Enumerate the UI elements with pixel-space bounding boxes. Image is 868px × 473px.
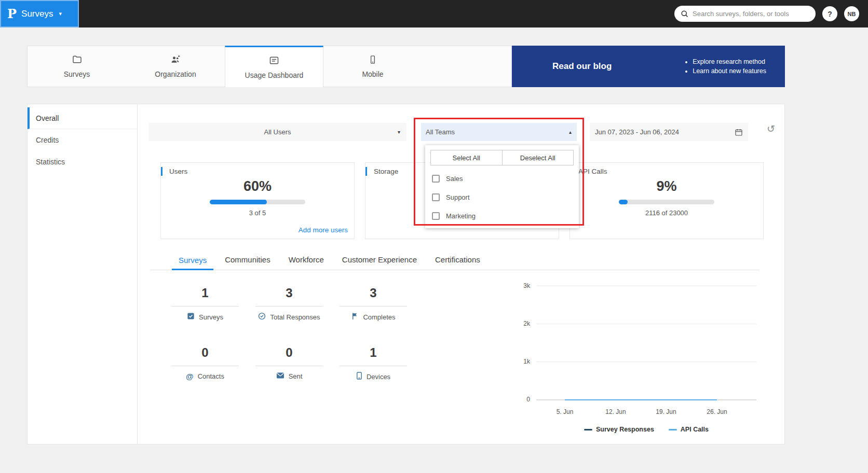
search-icon xyxy=(681,10,688,18)
metric-surveys: 1 Surveys xyxy=(171,286,239,322)
users-stat-card: Users 60% 3 of 5 Add more users xyxy=(160,162,355,239)
tab-surveys[interactable]: Surveys xyxy=(28,46,126,87)
team-option-support[interactable]: Support xyxy=(425,188,579,206)
api-calls-percent: 9% xyxy=(570,178,763,194)
legend-label: Survey Responses xyxy=(596,426,654,433)
metric-devices: 1 Devices xyxy=(340,345,407,381)
read-our-blog-button[interactable]: Read our blog xyxy=(552,61,612,72)
legend-swatch xyxy=(669,429,677,430)
x-tick: 5. Jun xyxy=(548,408,581,415)
y-tick: 3k xyxy=(510,282,530,289)
metric-label: Sent xyxy=(289,372,303,380)
ctab-workforce[interactable]: Workforce xyxy=(282,255,331,270)
team-option-marketing[interactable]: Marketing xyxy=(425,206,579,225)
tab-label: Usage Dashboard xyxy=(245,71,304,79)
device-icon xyxy=(356,372,362,381)
metric-value: 1 xyxy=(340,345,407,366)
legend-api-calls[interactable]: API Calls xyxy=(669,426,709,433)
legend-label: API Calls xyxy=(681,426,709,433)
chart-legend: Survey Responses API Calls xyxy=(536,426,756,433)
metric-value: 0 xyxy=(171,345,239,366)
metric-total-responses: 3 Total Responses xyxy=(255,286,323,322)
ctab-certifications[interactable]: Certifications xyxy=(428,255,487,270)
metrics-grid: 1 Surveys 3 Total Responses 3 Completes xyxy=(171,286,407,381)
blog-bullet: Learn about new features xyxy=(693,67,766,75)
users-percent: 60% xyxy=(161,178,354,194)
tab-label: Organization xyxy=(155,70,196,78)
line-chart xyxy=(510,281,767,416)
blog-banner: Read our blog Explore research method Le… xyxy=(512,46,785,87)
teams-dropdown[interactable]: All Teams ▴ xyxy=(421,123,577,141)
product-switcher[interactable]: P Surveys ▾ xyxy=(0,0,79,27)
metric-label: Devices xyxy=(367,373,390,381)
sidebar: Overall Credits Statistics xyxy=(28,104,138,444)
api-calls-progress-bar xyxy=(619,200,714,204)
metric-label: Total Responses xyxy=(270,313,320,321)
chevron-down-icon: ▾ xyxy=(398,129,400,135)
x-tick: 12. Jun xyxy=(599,408,632,415)
metric-value: 3 xyxy=(255,286,323,307)
metric-value: 0 xyxy=(255,345,323,366)
card-title: Users xyxy=(161,167,187,176)
add-more-users-link[interactable]: Add more users xyxy=(299,226,348,234)
check-circle-icon xyxy=(258,312,266,322)
app-root: P Surveys ▾ ? NB Surveys xyxy=(0,0,868,473)
brand-label: Surveys xyxy=(21,9,53,19)
chevron-up-icon: ▴ xyxy=(569,129,572,135)
team-option-label: Sales xyxy=(446,175,463,183)
sidebar-item-overall[interactable]: Overall xyxy=(28,107,137,129)
metric-value: 3 xyxy=(340,286,407,307)
content-tabbar: Surveys Communities Workforce Customer E… xyxy=(150,251,760,270)
teams-dropdown-value: All Teams xyxy=(426,128,455,136)
legend-survey-responses[interactable]: Survey Responses xyxy=(584,426,654,433)
metric-label: Completes xyxy=(363,313,395,321)
folder-icon xyxy=(72,54,83,66)
checkbox-sales[interactable] xyxy=(432,175,440,183)
tab-mobile[interactable]: Mobile xyxy=(323,46,422,87)
tab-label: Mobile xyxy=(362,70,383,78)
checkbox-marketing[interactable] xyxy=(432,212,440,220)
metric-value: 1 xyxy=(171,286,239,307)
ctab-surveys[interactable]: Surveys xyxy=(172,256,213,270)
select-all-button[interactable]: Select All xyxy=(431,150,502,165)
avatar[interactable]: NB xyxy=(844,6,859,21)
y-tick: 1k xyxy=(510,358,530,365)
api-calls-stat-card: API Calls 9% 2116 of 23000 xyxy=(569,162,764,239)
ctab-customer-experience[interactable]: Customer Experience xyxy=(335,255,424,270)
x-tick: 26. Jun xyxy=(700,408,734,415)
ctab-communities[interactable]: Communities xyxy=(218,255,277,270)
topbar: P Surveys ▾ ? NB xyxy=(0,0,868,27)
reset-filters-button[interactable]: ↺ xyxy=(767,123,775,135)
search-input[interactable] xyxy=(693,10,809,18)
team-option-label: Support xyxy=(446,193,470,201)
nav-tabbar: Surveys Organization Usage Dashboard Mob… xyxy=(27,46,512,87)
y-tick: 2k xyxy=(510,320,530,327)
team-option-sales[interactable]: Sales xyxy=(425,169,579,188)
dashboard-card: Overall Credits Statistics All Users ▾ A… xyxy=(27,104,785,444)
help-button[interactable]: ? xyxy=(822,6,837,21)
date-range-value: Jun 07, 2023 - Jun 06, 2024 xyxy=(595,128,679,136)
teams-dropdown-popup: Select All Deselect All Sales Support Ma… xyxy=(425,145,579,228)
reset-icon: ↺ xyxy=(767,123,775,134)
tab-organization[interactable]: Organization xyxy=(126,46,225,87)
date-range-picker[interactable]: Jun 07, 2023 - Jun 06, 2024 xyxy=(590,123,748,141)
deselect-all-button[interactable]: Deselect All xyxy=(502,150,574,165)
usage-chart: 3k 2k 1k 0 5. Jun 12. Jun 19. Jun 26. Ju… xyxy=(510,281,767,444)
check-square-icon xyxy=(187,312,195,322)
team-option-label: Marketing xyxy=(446,212,476,220)
tab-usage-dashboard[interactable]: Usage Dashboard xyxy=(225,46,323,87)
blog-bullets: Explore research method Learn about new … xyxy=(683,56,766,77)
questionpro-logo-icon: P xyxy=(7,6,17,21)
users-dropdown[interactable]: All Users ▾ xyxy=(148,123,406,141)
sidebar-item-credits[interactable]: Credits xyxy=(28,129,137,151)
metric-contacts: 0 @ Contacts xyxy=(171,345,239,381)
sidebar-item-statistics[interactable]: Statistics xyxy=(28,151,137,173)
dashboard-icon xyxy=(268,55,280,67)
global-search xyxy=(674,6,816,22)
y-tick: 0 xyxy=(510,396,530,403)
metric-label: Contacts xyxy=(198,372,224,380)
legend-swatch xyxy=(584,429,592,430)
organization-icon xyxy=(170,54,181,66)
checkbox-support[interactable] xyxy=(432,193,440,201)
chevron-down-icon: ▾ xyxy=(59,10,62,17)
